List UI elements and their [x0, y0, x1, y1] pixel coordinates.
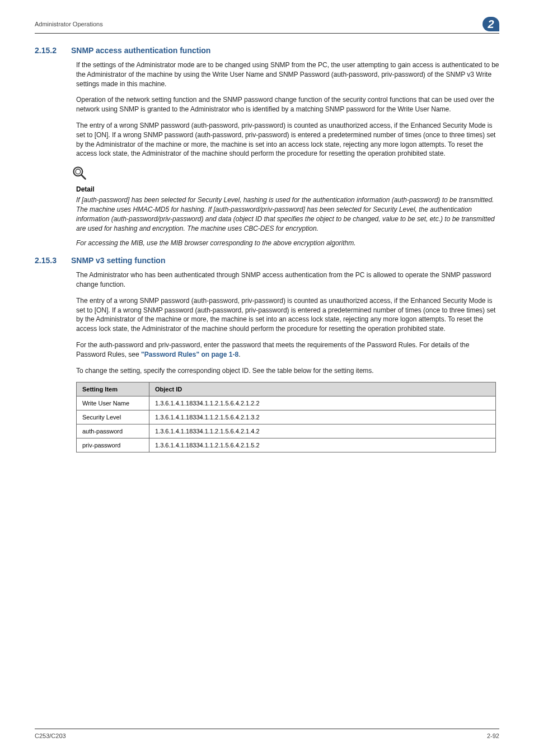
cell-setting-item: priv-password: [77, 438, 149, 452]
detail-label: Detail: [76, 185, 499, 193]
chapter-badge: 2: [483, 17, 499, 31]
password-rules-link[interactable]: "Password Rules" on page 1-8: [141, 351, 238, 358]
cell-object-id: 1.3.6.1.4.1.18334.1.1.2.1.5.6.4.2.1.3.2: [149, 410, 496, 424]
paragraph: The Administrator who has been authentic…: [76, 270, 499, 290]
paragraph: To change the setting, specify the corre…: [76, 366, 499, 376]
table-row: auth-password 1.3.6.1.4.1.18334.1.1.2.1.…: [77, 424, 496, 438]
page-footer: C253/C203 2-92: [35, 729, 499, 739]
text-before-link: For the auth-password and priv-password,…: [76, 341, 469, 358]
section-number: 2.15.3: [35, 256, 57, 265]
section-heading-2-15-2: 2.15.2 SNMP access authentication functi…: [35, 46, 499, 55]
paragraph: If the settings of the Administrator mod…: [76, 60, 499, 88]
magnifier-icon: [72, 165, 499, 183]
settings-table: Setting Item Object ID Write User Name 1…: [76, 382, 496, 452]
chapter-number: 2: [488, 18, 494, 31]
table-row: priv-password 1.3.6.1.4.1.18334.1.1.2.1.…: [77, 438, 496, 452]
table-row: Write User Name 1.3.6.1.4.1.18334.1.1.2.…: [77, 396, 496, 410]
cell-object-id: 1.3.6.1.4.1.18334.1.1.2.1.5.6.4.2.1.5.2: [149, 438, 496, 452]
cell-object-id: 1.3.6.1.4.1.18334.1.1.2.1.5.6.4.2.1.2.2: [149, 396, 496, 410]
table-row: Security Level 1.3.6.1.4.1.18334.1.1.2.1…: [77, 410, 496, 424]
table-header-object-id: Object ID: [149, 382, 496, 396]
page-header: Administrator Operations 2: [35, 17, 499, 34]
svg-line-2: [82, 175, 86, 179]
section-number: 2.15.2: [35, 46, 57, 55]
paragraph: Operation of the network setting functio…: [76, 95, 499, 114]
footer-left: C253/C203: [35, 732, 66, 739]
cell-setting-item: auth-password: [77, 424, 149, 438]
cell-setting-item: Write User Name: [77, 396, 149, 410]
detail-text: For accessing the MIB, use the MIB brows…: [76, 239, 499, 248]
paragraph: The entry of a wrong SNMP password (auth…: [76, 296, 499, 334]
cell-object-id: 1.3.6.1.4.1.18334.1.1.2.1.5.6.4.2.1.4.2: [149, 424, 496, 438]
table-header-setting-item: Setting Item: [77, 382, 149, 396]
section-title: SNMP v3 setting function: [71, 256, 166, 265]
detail-block: Detail If [auth-password] has been selec…: [76, 165, 499, 248]
section-title: SNMP access authentication function: [71, 46, 210, 55]
footer-right: 2-92: [487, 732, 499, 739]
paragraph-with-link: For the auth-password and priv-password,…: [76, 340, 499, 360]
section-heading-2-15-3: 2.15.3 SNMP v3 setting function: [35, 256, 499, 265]
cell-setting-item: Security Level: [77, 410, 149, 424]
text-after-link: .: [238, 351, 240, 358]
detail-text: If [auth-password] has been selected for…: [76, 195, 499, 233]
svg-point-1: [76, 169, 81, 174]
paragraph: The entry of a wrong SNMP password (auth…: [76, 121, 499, 158]
header-title: Administrator Operations: [35, 21, 103, 27]
